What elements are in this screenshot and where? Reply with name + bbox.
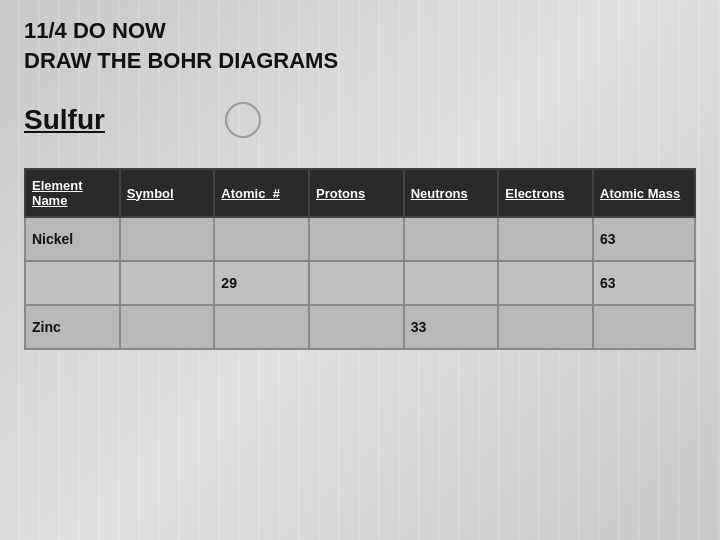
col-header-atomic-mass: Atomic Mass (593, 169, 695, 217)
sulfur-row: Sulfur (24, 102, 696, 138)
header-line1: 11/4 DO NOW (24, 18, 696, 44)
table-row: 2963 (25, 261, 695, 305)
cell-symbol-row1 (120, 261, 215, 305)
cell-protons-row1 (309, 261, 404, 305)
cell-electrons-row2 (498, 305, 593, 349)
cell-neutrons-row2: 33 (404, 305, 499, 349)
col-header-neutrons: Neutrons (404, 169, 499, 217)
table-header-row: Element Name Symbol Atomic # Protons Neu… (25, 169, 695, 217)
main-content: 11/4 DO NOW DRAW THE BOHR DIAGRAMS Sulfu… (0, 0, 720, 350)
header-line2: DRAW THE BOHR DIAGRAMS (24, 48, 696, 74)
col-header-electrons: Electrons (498, 169, 593, 217)
col-header-element-name: Element Name (25, 169, 120, 217)
cell-electrons-row1 (498, 261, 593, 305)
elements-table: Element Name Symbol Atomic # Protons Neu… (24, 168, 696, 350)
cell-atomic_number-row1: 29 (214, 261, 309, 305)
cell-electrons-row0 (498, 217, 593, 261)
cell-atomic_mass-row0: 63 (593, 217, 695, 261)
circle-diagram (225, 102, 261, 138)
cell-element_name-row1 (25, 261, 120, 305)
cell-symbol-row0 (120, 217, 215, 261)
cell-element_name-row2: Zinc (25, 305, 120, 349)
cell-protons-row0 (309, 217, 404, 261)
cell-atomic_number-row0 (214, 217, 309, 261)
cell-neutrons-row0 (404, 217, 499, 261)
cell-element_name-row0: Nickel (25, 217, 120, 261)
cell-symbol-row2 (120, 305, 215, 349)
data-table-container: Element Name Symbol Atomic # Protons Neu… (24, 168, 696, 350)
col-header-atomic-number: Atomic # (214, 169, 309, 217)
col-header-symbol: Symbol (120, 169, 215, 217)
cell-atomic_number-row2 (214, 305, 309, 349)
cell-protons-row2 (309, 305, 404, 349)
col-header-protons: Protons (309, 169, 404, 217)
cell-atomic_mass-row1: 63 (593, 261, 695, 305)
table-row: Nickel63 (25, 217, 695, 261)
cell-atomic_mass-row2 (593, 305, 695, 349)
cell-neutrons-row1 (404, 261, 499, 305)
table-row: Zinc33 (25, 305, 695, 349)
sulfur-label: Sulfur (24, 104, 105, 136)
